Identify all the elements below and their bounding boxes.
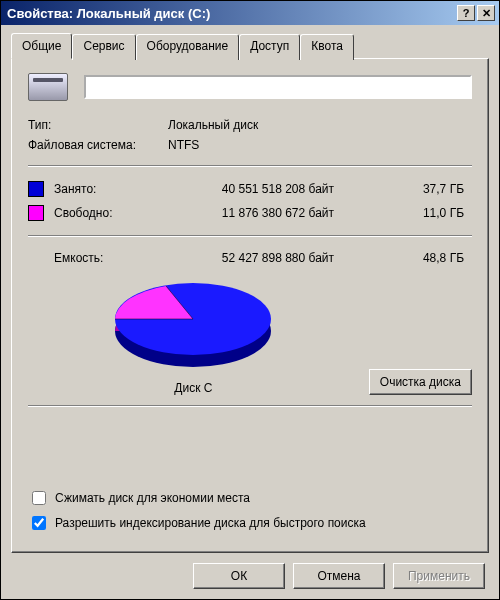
tab-panel-general: Тип: Локальный диск Файловая система: NT… (11, 58, 489, 553)
used-gb: 37,7 ГБ (334, 182, 472, 196)
capacity-label: Емкость: (54, 251, 164, 265)
index-label: Разрешить индексирование диска для быстр… (55, 516, 366, 530)
ok-button[interactable]: ОК (193, 563, 285, 589)
tab-hardware[interactable]: Оборудование (136, 34, 240, 60)
drive-label-input[interactable] (84, 75, 472, 99)
drive-icon (28, 73, 68, 101)
compress-checkbox[interactable] (32, 491, 46, 505)
disk-cleanup-button[interactable]: Очистка диска (369, 369, 472, 395)
fs-value: NTFS (168, 138, 199, 152)
divider (28, 405, 472, 407)
close-button[interactable]: ✕ (477, 5, 495, 21)
tabstrip: Общие Сервис Оборудование Доступ Квота (11, 33, 489, 59)
pie-caption: Диск C (174, 381, 212, 395)
free-bytes: 11 876 380 672 байт (164, 206, 334, 220)
compress-checkbox-row[interactable]: Сжимать диск для экономии места (28, 488, 472, 508)
dialog-footer: ОК Отмена Применить (11, 553, 489, 589)
tab-quota[interactable]: Квота (300, 34, 354, 60)
usage-pie-chart (108, 275, 278, 375)
fs-label: Файловая система: (28, 138, 168, 152)
divider (28, 235, 472, 237)
used-swatch (28, 181, 44, 197)
divider (28, 165, 472, 167)
capacity-bytes: 52 427 898 880 байт (164, 251, 334, 265)
window-title: Свойства: Локальный диск (C:) (7, 6, 455, 21)
index-checkbox[interactable] (32, 516, 46, 530)
help-button[interactable]: ? (457, 5, 475, 21)
index-checkbox-row[interactable]: Разрешить индексирование диска для быстр… (28, 513, 472, 533)
free-swatch (28, 205, 44, 221)
tab-tools[interactable]: Сервис (72, 34, 135, 60)
tab-sharing[interactable]: Доступ (239, 34, 300, 60)
used-bytes: 40 551 518 208 байт (164, 182, 334, 196)
content-area: Общие Сервис Оборудование Доступ Квота Т… (1, 25, 499, 599)
free-gb: 11,0 ГБ (334, 206, 472, 220)
properties-window: Свойства: Локальный диск (C:) ? ✕ Общие … (0, 0, 500, 600)
cancel-button[interactable]: Отмена (293, 563, 385, 589)
tab-general[interactable]: Общие (11, 33, 72, 59)
type-value: Локальный диск (168, 118, 258, 132)
titlebar[interactable]: Свойства: Локальный диск (C:) ? ✕ (1, 1, 499, 25)
capacity-gb: 48,8 ГБ (334, 251, 472, 265)
used-label: Занято: (54, 182, 164, 196)
type-label: Тип: (28, 118, 168, 132)
free-label: Свободно: (54, 206, 164, 220)
compress-label: Сжимать диск для экономии места (55, 491, 250, 505)
apply-button[interactable]: Применить (393, 563, 485, 589)
